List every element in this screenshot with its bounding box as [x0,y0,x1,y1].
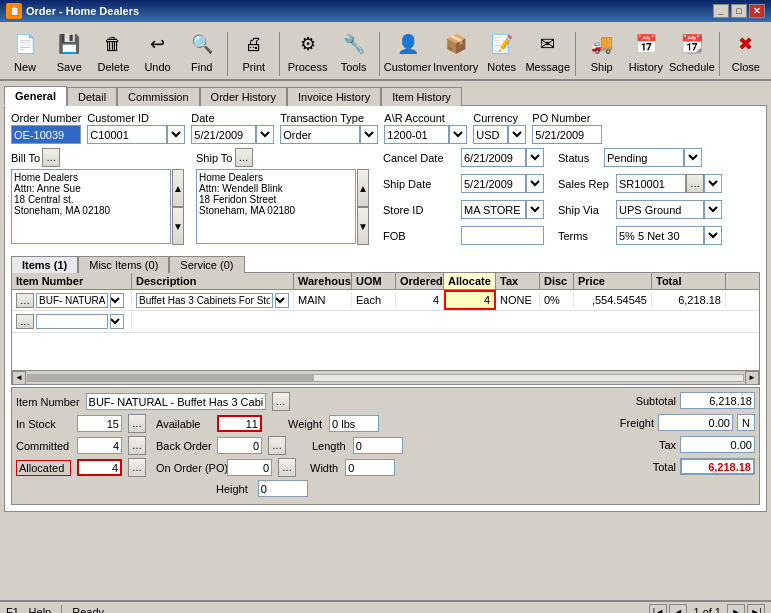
nav-prev-btn[interactable]: ◄ [669,604,687,613]
status-input[interactable] [604,148,684,167]
description-dd[interactable]: ▼ [275,293,289,308]
width-val[interactable] [345,459,395,476]
toolbar-close-button[interactable]: ✖ Close [725,25,767,76]
sales-rep-input[interactable] [616,174,686,193]
fob-input[interactable] [461,226,544,245]
toolbar-save-button[interactable]: 💾 Save [48,25,90,76]
nav-first-btn[interactable]: |◄ [649,604,667,613]
terms-dropdown[interactable]: ▼ [704,226,722,245]
grand-total-field[interactable] [680,458,755,475]
item-number-field[interactable] [36,293,108,308]
toolbar-ship-button[interactable]: 🚚 Ship [581,25,623,76]
ship-to-btn[interactable]: … [235,148,253,167]
po-number-input[interactable] [532,125,602,144]
toolbar-inventory-button[interactable]: 📦 Inventory [433,25,479,76]
tab-item-history[interactable]: Item History [381,87,462,106]
sub-tab-misc-items[interactable]: Misc Items (0) [78,256,169,273]
committed-val[interactable] [77,437,122,454]
tax-field[interactable] [680,436,755,453]
grid-hscroll[interactable]: ◄ ► [12,370,759,384]
item-number-dots-btn[interactable]: … [272,392,290,411]
subtotal-field[interactable] [680,392,755,409]
hscroll-right[interactable]: ► [745,371,759,385]
transaction-type-dropdown[interactable]: ▼ [360,125,378,144]
sub-tab-items[interactable]: Items (1) [11,256,78,273]
freight-n-field[interactable] [737,414,755,431]
cancel-date-input[interactable] [461,148,526,167]
allocated-val[interactable] [77,459,122,476]
hscroll-track[interactable] [27,374,744,382]
ship-to-scroll-up[interactable]: ▲ [357,169,369,207]
close-window-button[interactable]: ✕ [749,4,765,18]
date-input[interactable] [191,125,256,144]
bill-to-scroll-up[interactable]: ▲ [172,169,184,207]
tab-detail[interactable]: Detail [67,87,117,106]
sales-rep-dropdown[interactable]: ▼ [704,174,722,193]
bill-to-scroll-down[interactable]: ▼ [172,207,184,245]
nav-last-btn[interactable]: ►| [747,604,765,613]
sales-rep-btn[interactable]: … [686,174,704,193]
customer-id-input[interactable] [87,125,167,144]
toolbar-message-button[interactable]: ✉ Message [525,25,571,76]
ship-date-dropdown[interactable]: ▼ [526,174,544,193]
ar-account-dropdown[interactable]: ▼ [449,125,467,144]
toolbar-print-button[interactable]: 🖨 Print [233,25,275,76]
toolbar-process-button[interactable]: ⚙ Process [285,25,331,76]
weight-val[interactable] [329,415,379,432]
toolbar-customer-button[interactable]: 👤 Customer [385,25,431,76]
bill-to-btn[interactable]: … [42,148,60,167]
available-val[interactable] [217,415,262,432]
on-order-val[interactable] [227,459,272,476]
tab-order-history[interactable]: Order History [200,87,287,106]
order-number-input[interactable] [11,125,81,144]
committed-btn[interactable]: … [128,436,146,455]
minimize-button[interactable]: _ [713,4,729,18]
ship-via-input[interactable] [616,200,704,219]
date-dropdown[interactable]: ▼ [256,125,274,144]
store-id-dropdown[interactable]: ▼ [526,200,544,219]
transaction-type-input[interactable] [280,125,360,144]
toolbar-undo-button[interactable]: ↩ Undo [136,25,178,76]
store-id-input[interactable] [461,200,526,219]
ship-date-input[interactable] [461,174,526,193]
freight-field[interactable] [658,414,733,431]
item-number-dd[interactable]: ▼ [110,293,124,308]
toolbar-delete-button[interactable]: 🗑 Delete [92,25,134,76]
item-number-val[interactable] [86,393,266,410]
on-order-btn[interactable]: … [278,458,296,477]
nav-next-btn[interactable]: ► [727,604,745,613]
in-stock-val[interactable] [77,415,122,432]
table-row-empty[interactable]: … ▼ [12,311,759,333]
item-lookup-btn-2[interactable]: … [16,314,34,329]
status-dropdown[interactable]: ▼ [684,148,702,167]
toolbar-schedule-button[interactable]: 📆 Schedule [669,25,715,76]
hscroll-left[interactable]: ◄ [12,371,26,385]
currency-input[interactable] [473,125,508,144]
allocated-btn[interactable]: … [128,458,146,477]
restore-button[interactable]: □ [731,4,747,18]
sub-tab-service[interactable]: Service (0) [169,256,244,273]
ship-via-dropdown[interactable]: ▼ [704,200,722,219]
terms-input[interactable] [616,226,704,245]
back-order-btn[interactable]: … [268,436,286,455]
cancel-date-dropdown[interactable]: ▼ [526,148,544,167]
ship-to-scroll-down[interactable]: ▼ [357,207,369,245]
ar-account-input[interactable] [384,125,449,144]
tab-commission[interactable]: Commission [117,87,200,106]
description-field[interactable] [136,293,273,308]
toolbar-find-button[interactable]: 🔍 Find [181,25,223,76]
item-number-field-2[interactable] [36,314,108,329]
toolbar-new-button[interactable]: 📄 New [4,25,46,76]
length-val[interactable] [353,437,403,454]
customer-id-dropdown[interactable]: ▼ [167,125,185,144]
tab-invoice-history[interactable]: Invoice History [287,87,381,106]
cell-allocate[interactable]: 4 [444,290,496,310]
toolbar-history-button[interactable]: 📅 History [625,25,667,76]
item-dd-2[interactable]: ▼ [110,314,124,329]
toolbar-tools-button[interactable]: 🔧 Tools [333,25,375,76]
item-lookup-btn[interactable]: … [16,293,34,308]
back-order-val[interactable] [217,437,262,454]
height-val[interactable] [258,480,308,497]
tab-general[interactable]: General [4,86,67,106]
in-stock-btn[interactable]: … [128,414,146,433]
